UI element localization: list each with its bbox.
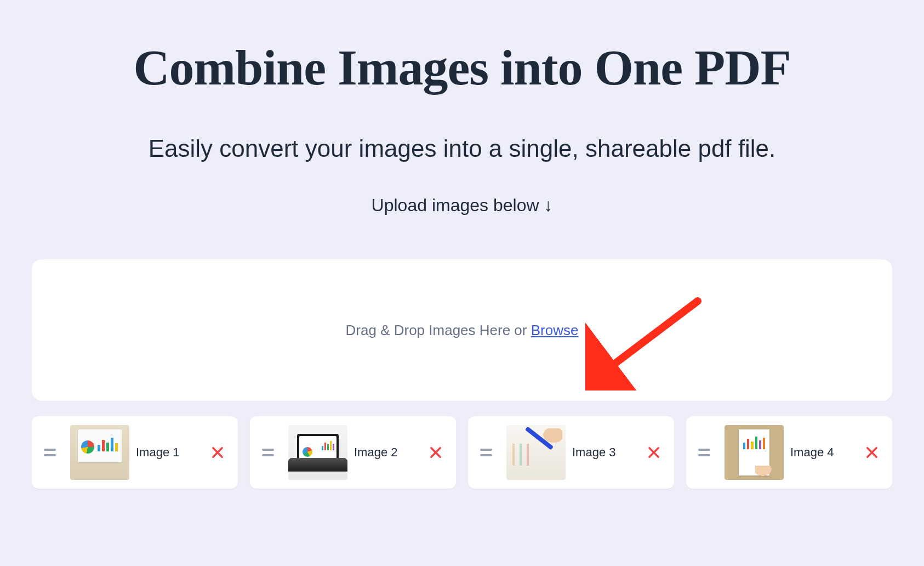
page-title: Combine Images into One PDF: [32, 38, 892, 97]
thumbnail-image: [288, 425, 347, 480]
dropzone-prefix: Drag & Drop Images Here or: [346, 322, 531, 338]
dropzone-text: Drag & Drop Images Here or Browse: [346, 322, 579, 339]
close-icon: [864, 445, 880, 460]
upload-hint: Upload images below ↓: [32, 195, 892, 216]
thumbnail-image: [725, 425, 784, 480]
thumbnail-image: [506, 425, 566, 480]
thumbnail-card[interactable]: Image 3: [468, 416, 674, 489]
thumbnail-label: Image 3: [572, 445, 643, 460]
page-subtitle: Easily convert your images into a single…: [32, 135, 892, 162]
browse-link[interactable]: Browse: [531, 322, 579, 338]
remove-button[interactable]: [643, 442, 664, 463]
dropzone[interactable]: Drag & Drop Images Here or Browse: [32, 259, 892, 401]
drag-handle-icon[interactable]: [698, 449, 712, 456]
drag-handle-icon[interactable]: [44, 449, 58, 456]
remove-button[interactable]: [425, 442, 446, 463]
drag-handle-icon[interactable]: [480, 449, 494, 456]
thumbnail-label: Image 4: [790, 445, 862, 460]
close-icon: [646, 445, 661, 460]
thumbnail-image: [70, 425, 129, 480]
remove-button[interactable]: [862, 442, 882, 463]
thumbnail-card[interactable]: Image 1: [32, 416, 238, 489]
thumbnail-card[interactable]: Image 2: [250, 416, 456, 489]
remove-button[interactable]: [207, 442, 228, 463]
thumbnail-row: Image 1 Image 2: [32, 416, 892, 489]
close-icon: [428, 445, 443, 460]
close-icon: [210, 445, 225, 460]
thumbnail-label: Image 2: [354, 445, 425, 460]
thumbnail-label: Image 1: [136, 445, 207, 460]
thumbnail-card[interactable]: Image 4: [686, 416, 892, 489]
drag-handle-icon[interactable]: [262, 449, 276, 456]
